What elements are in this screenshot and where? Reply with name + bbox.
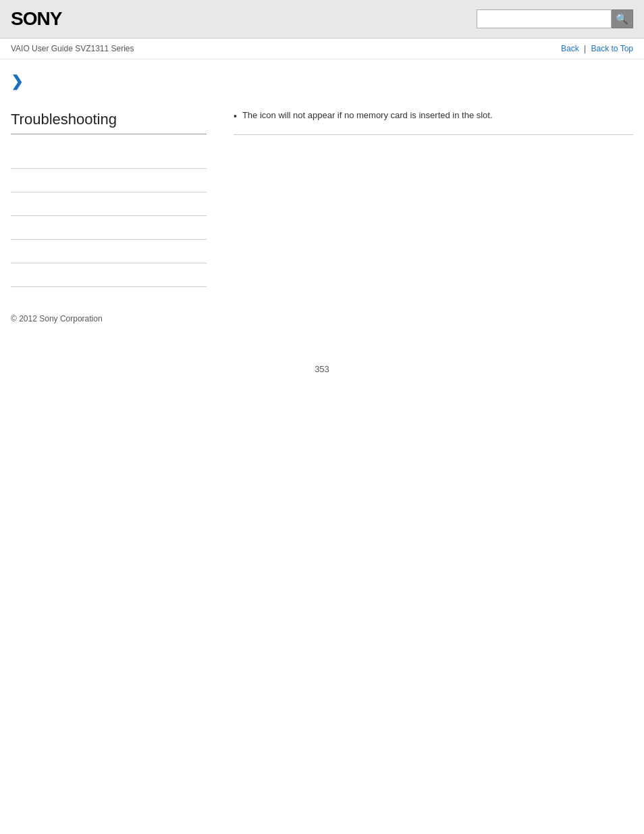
sony-logo: SONY — [11, 8, 61, 30]
list-item — [11, 240, 207, 263]
list-item — [11, 263, 207, 287]
search-input[interactable] — [477, 9, 612, 28]
sidebar-link-6[interactable] — [11, 270, 207, 280]
bullet-text: The icon will not appear if no memory ca… — [242, 110, 493, 120]
back-to-top-link[interactable]: Back to Top — [591, 44, 633, 53]
sidebar-link-5[interactable] — [11, 246, 207, 256]
bullet-dot: • — [234, 110, 237, 124]
back-link[interactable]: Back — [561, 44, 579, 53]
sidebar-section-title: Troubleshooting — [11, 111, 207, 134]
nav-bar: VAIO User Guide SVZ1311 Series Back | Ba… — [0, 38, 644, 59]
content-note: • The icon will not appear if no memory … — [234, 110, 633, 135]
search-icon: 🔍 — [616, 13, 628, 25]
page-number-text: 353 — [315, 364, 329, 374]
list-item — [11, 145, 207, 169]
page-number: 353 — [0, 364, 644, 388]
main-content: ❯ Troubleshooting — [0, 59, 644, 301]
sidebar: ❯ Troubleshooting — [11, 73, 220, 287]
copyright-text: © 2012 Sony Corporation — [11, 314, 103, 323]
sidebar-link-3[interactable] — [11, 199, 207, 209]
nav-separator: | — [584, 44, 586, 53]
header: SONY 🔍 — [0, 0, 644, 38]
list-item — [11, 169, 207, 192]
sidebar-link-4[interactable] — [11, 223, 207, 232]
sidebar-link-2[interactable] — [11, 176, 207, 185]
list-item — [11, 192, 207, 216]
list-item — [11, 216, 207, 240]
search-button[interactable]: 🔍 — [612, 9, 633, 28]
guide-title: VAIO User Guide SVZ1311 Series — [11, 44, 134, 53]
sidebar-links — [11, 145, 207, 287]
bullet-item: • The icon will not appear if no memory … — [234, 110, 633, 124]
footer: © 2012 Sony Corporation — [0, 301, 644, 337]
content-area: • The icon will not appear if no memory … — [220, 73, 633, 287]
nav-links: Back | Back to Top — [561, 44, 633, 53]
search-area: 🔍 — [477, 9, 633, 28]
sidebar-link-1[interactable] — [11, 152, 207, 161]
breadcrumb-arrow: ❯ — [11, 73, 207, 90]
